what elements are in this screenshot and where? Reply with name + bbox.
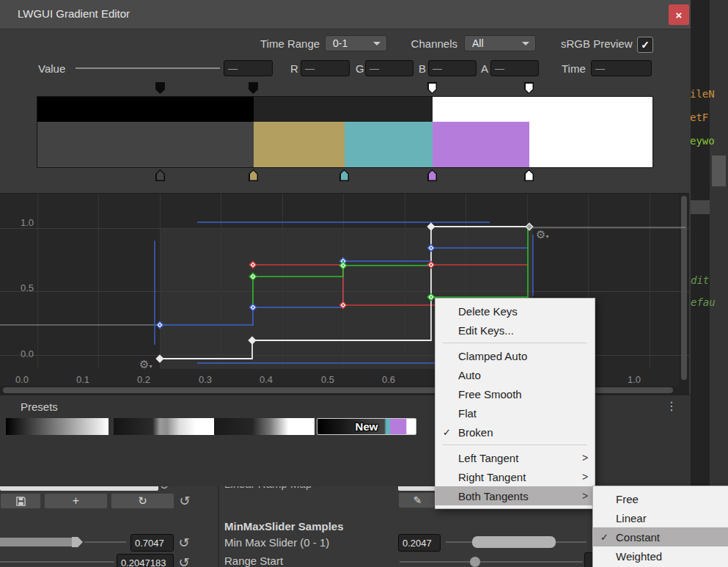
curve-key-center	[430, 264, 433, 266]
value-field[interactable]: —	[224, 60, 273, 76]
code-text-fragment: dit	[691, 274, 709, 286]
menu-item-label: Linear	[616, 512, 719, 524]
menu-item-label: Free Smooth	[458, 388, 576, 400]
color-key-fill	[157, 171, 164, 180]
submenu-arrow-icon: >	[576, 471, 595, 483]
value-field-3[interactable]: 0.2047	[398, 534, 441, 552]
value-field-2[interactable]: 0.2047183	[117, 554, 174, 567]
preset-swatch[interactable]	[214, 418, 315, 435]
slider-fill[interactable]	[0, 538, 72, 546]
checkmark-icon: ✓	[435, 427, 458, 438]
curve-key[interactable]	[249, 337, 256, 344]
menu-item-delete-keys[interactable]: Delete Keys	[435, 301, 595, 321]
menu-item-linear[interactable]: Linear	[593, 508, 728, 527]
revert-icon[interactable]: ↺	[176, 535, 192, 551]
time-range-dropdown[interactable]: 0-1	[325, 35, 387, 51]
preset-swatch[interactable]: New	[317, 418, 416, 435]
code-editor-selection-strip	[691, 200, 710, 214]
edit-ramp-button[interactable]: ✎	[398, 492, 437, 508]
gear-icon[interactable]: ⚙▾	[139, 358, 152, 371]
alpha-key-marker[interactable]	[427, 82, 437, 94]
color-key-marker[interactable]	[427, 169, 437, 181]
submenu-arrow-icon: >	[576, 452, 595, 464]
menu-item-clamped-auto[interactable]: Clamped Auto	[435, 346, 595, 365]
time-field[interactable]: —	[591, 60, 652, 76]
gradient-color-segment	[254, 122, 345, 167]
menu-item-label: Delete Keys	[458, 305, 576, 318]
revert-icon[interactable]: ↺	[176, 555, 192, 567]
empty-dash: —	[495, 63, 504, 74]
menu-item-right-tangent[interactable]: Right Tangent>	[435, 467, 595, 486]
gear-icon[interactable]: ⚙▾	[536, 228, 548, 241]
kebab-menu-icon[interactable]: ⋮	[666, 399, 677, 413]
color-key-marker[interactable]	[249, 169, 258, 181]
menu-item-label: Clamped Auto	[458, 350, 576, 362]
channels-dropdown[interactable]: All	[464, 35, 536, 51]
alpha-key-marker[interactable]	[249, 82, 258, 94]
color-key-marker[interactable]	[524, 169, 534, 181]
curve-key-center	[252, 276, 254, 278]
b-field[interactable]: —	[428, 60, 477, 76]
background-panel-column	[710, 0, 728, 567]
preset-swatch[interactable]	[114, 418, 216, 435]
empty-dash: —	[433, 63, 442, 74]
alpha-key-marker[interactable]	[524, 82, 534, 94]
a-field[interactable]: —	[490, 60, 539, 76]
menu-item-constant[interactable]: ✓Constant	[593, 527, 728, 546]
save-preset-button[interactable]	[0, 493, 41, 509]
gradient-color-segment	[345, 122, 433, 167]
gradient-alpha-segment	[254, 97, 433, 122]
revert-icon[interactable]: ↺	[177, 493, 193, 509]
alpha-key-marker[interactable]	[155, 82, 165, 94]
menu-item-left-tangent[interactable]: Left Tangent>	[435, 448, 595, 467]
gradient-alpha-segment	[433, 97, 652, 122]
gradient-color-segment	[433, 122, 529, 167]
menu-item-auto[interactable]: Auto	[435, 365, 595, 384]
code-text-fragment: eywo	[690, 135, 715, 147]
slider-track[interactable]	[400, 561, 583, 563]
curve-key[interactable]	[157, 356, 163, 362]
menu-item-weighted[interactable]: Weighted	[593, 546, 728, 566]
empty-dash: —	[369, 63, 379, 74]
menu-item-edit-keys[interactable]: Edit Keys...	[435, 321, 595, 340]
menu-item-free[interactable]: Free	[593, 489, 728, 508]
preset-swatch[interactable]	[6, 418, 109, 435]
gradient-color-strip	[37, 122, 652, 167]
r-field[interactable]: —	[301, 60, 350, 76]
srgb-preview-checkbox[interactable]: ✓	[637, 37, 653, 53]
range-start-label: Range Start	[224, 555, 283, 567]
minmax-slider-range[interactable]	[472, 536, 556, 548]
close-button[interactable]: ×	[669, 4, 689, 25]
curve-key-center	[430, 296, 433, 299]
code-text-fragment: ileN	[690, 88, 715, 100]
g-field[interactable]: —	[365, 60, 413, 76]
b-label: B	[419, 62, 426, 75]
curve-key[interactable]	[526, 224, 533, 230]
empty-dash: —	[595, 63, 605, 74]
menu-item-both-tangents[interactable]: Both Tangents>	[435, 486, 595, 505]
slider-handle[interactable]	[470, 557, 480, 567]
value-slider[interactable]	[76, 67, 220, 69]
curve-key[interactable]	[428, 224, 435, 230]
value-field-1[interactable]: 0.7047	[130, 534, 174, 552]
gradient-preview[interactable]	[37, 96, 653, 168]
menu-item-flat[interactable]: Flat	[435, 403, 595, 422]
add-button[interactable]: +	[44, 493, 108, 509]
code-text-fragment: etF	[690, 111, 708, 123]
background-scrollbar[interactable]	[712, 156, 726, 186]
curve-segment-red	[253, 265, 435, 305]
color-key-marker[interactable]	[155, 169, 165, 181]
srgb-preview-label: sRGB Preview	[561, 37, 632, 50]
alpha-key-fill	[526, 84, 533, 93]
minmax-slider-label: Min Max Slider (0 - 1)	[224, 536, 329, 549]
new-preset-button[interactable]: New	[356, 420, 378, 433]
menu-item-free-smooth[interactable]: Free Smooth	[435, 384, 595, 403]
color-key-marker[interactable]	[339, 169, 349, 181]
curve-segment-green	[253, 266, 431, 307]
slider-track[interactable]	[84, 541, 126, 543]
menu-item-broken[interactable]: ✓Broken	[435, 422, 595, 442]
alpha-key-fill	[157, 84, 164, 93]
refresh-button[interactable]: ↻	[111, 493, 174, 509]
time-range-value: 0-1	[333, 37, 348, 49]
slider-track[interactable]	[0, 561, 114, 563]
